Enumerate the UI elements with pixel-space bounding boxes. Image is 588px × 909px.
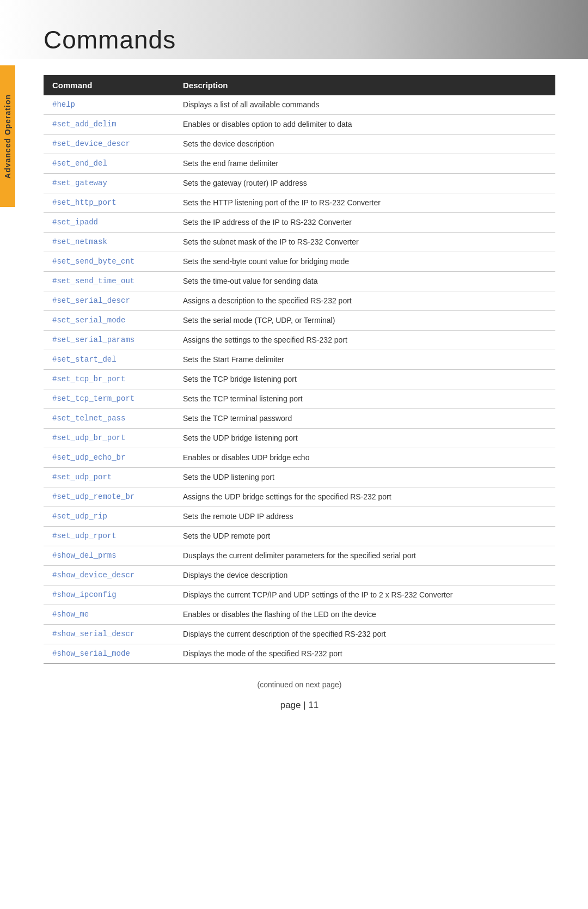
- description-cell: Sets the HTTP listening port of the IP t…: [174, 193, 555, 213]
- command-cell: #show_me: [44, 605, 174, 625]
- command-cell: #show_serial_descr: [44, 625, 174, 644]
- table-row: #show_device_descrDisplays the device de…: [44, 566, 555, 585]
- description-cell: Sets the IP address of the IP to RS-232 …: [174, 213, 555, 233]
- table-row: #helpDisplays a list of all available co…: [44, 95, 555, 115]
- description-cell: Displays the current description of the …: [174, 625, 555, 644]
- command-cell: #set_udp_rport: [44, 527, 174, 546]
- command-cell: #set_udp_remote_br: [44, 487, 174, 507]
- command-cell: #set_udp_br_port: [44, 429, 174, 448]
- description-cell: Displays the current TCP/IP and UDP sett…: [174, 585, 555, 605]
- description-cell: Sets the gateway (router) IP address: [174, 174, 555, 193]
- sidebar-tab: Advanced Operation: [0, 65, 15, 207]
- page-title: Commands: [44, 25, 176, 54]
- description-cell: Sets the time-out value for sending data: [174, 272, 555, 291]
- main-content: Command Description #helpDisplays a list…: [0, 59, 588, 743]
- command-cell: #set_send_time_out: [44, 272, 174, 291]
- table-row: #set_serial_descrAssigns a description t…: [44, 291, 555, 311]
- description-cell: Sets the remote UDP IP address: [174, 507, 555, 527]
- command-cell: #set_tcp_br_port: [44, 370, 174, 389]
- description-cell: Dusplays the current delimiter parameter…: [174, 546, 555, 566]
- commands-table: Command Description #helpDisplays a list…: [44, 75, 555, 664]
- description-cell: Displays the mode of the specified RS-23…: [174, 644, 555, 664]
- table-row: #set_netmaskSets the subnet mask of the …: [44, 233, 555, 252]
- table-row: #set_gatewaySets the gateway (router) IP…: [44, 174, 555, 193]
- command-cell: #set_start_del: [44, 350, 174, 370]
- command-cell: #set_netmask: [44, 233, 174, 252]
- command-cell: #set_udp_echo_br: [44, 448, 174, 468]
- description-cell: Assigns the UDP bridge settings for the …: [174, 487, 555, 507]
- table-row: #show_del_prmsDusplays the current delim…: [44, 546, 555, 566]
- description-cell: Sets the UDP bridge listening port: [174, 429, 555, 448]
- command-cell: #set_udp_rip: [44, 507, 174, 527]
- command-cell: #set_send_byte_cnt: [44, 252, 174, 272]
- description-cell: Sets the send-byte count value for bridg…: [174, 252, 555, 272]
- table-row: #show_serial_modeDisplays the mode of th…: [44, 644, 555, 664]
- table-row: #set_udp_portSets the UDP listening port: [44, 468, 555, 487]
- page-header: Commands: [0, 0, 588, 59]
- table-row: #set_serial_modeSets the serial mode (TC…: [44, 311, 555, 331]
- table-row: #set_serial_paramsAssigns the settings t…: [44, 331, 555, 350]
- table-row: #set_ipaddSets the IP address of the IP …: [44, 213, 555, 233]
- description-cell: Sets the end frame delimiter: [174, 154, 555, 174]
- command-cell: #set_http_port: [44, 193, 174, 213]
- table-row: #set_tcp_term_portSets the TCP terminal …: [44, 389, 555, 409]
- table-row: #show_meEnables or disables the flashing…: [44, 605, 555, 625]
- command-cell: #show_del_prms: [44, 546, 174, 566]
- table-row: #set_device_descrSets the device descrip…: [44, 135, 555, 154]
- command-cell: #help: [44, 95, 174, 115]
- col-header-command: Command: [44, 75, 174, 95]
- command-cell: #set_device_descr: [44, 135, 174, 154]
- command-cell: #set_telnet_pass: [44, 409, 174, 429]
- table-row: #set_udp_echo_brEnables or disables UDP …: [44, 448, 555, 468]
- description-cell: Sets the subnet mask of the IP to RS-232…: [174, 233, 555, 252]
- table-header-row: Command Description: [44, 75, 555, 95]
- table-row: #set_udp_ripSets the remote UDP IP addre…: [44, 507, 555, 527]
- table-row: #set_http_portSets the HTTP listening po…: [44, 193, 555, 213]
- command-cell: #set_add_delim: [44, 115, 174, 135]
- command-cell: #set_udp_port: [44, 468, 174, 487]
- table-row: #set_tcp_br_portSets the TCP bridge list…: [44, 370, 555, 389]
- description-cell: Enables or disables option to add delimi…: [174, 115, 555, 135]
- description-cell: Displays a list of all available command…: [174, 95, 555, 115]
- table-row: #set_add_delimEnables or disables option…: [44, 115, 555, 135]
- description-cell: Assigns a description to the specified R…: [174, 291, 555, 311]
- description-cell: Sets the Start Frame delimiter: [174, 350, 555, 370]
- description-cell: Sets the UDP remote port: [174, 527, 555, 546]
- table-row: #set_telnet_passSets the TCP terminal pa…: [44, 409, 555, 429]
- command-cell: #set_tcp_term_port: [44, 389, 174, 409]
- table-row: #set_udp_remote_brAssigns the UDP bridge…: [44, 487, 555, 507]
- table-row: #set_send_byte_cntSets the send-byte cou…: [44, 252, 555, 272]
- sidebar-tab-label: Advanced Operation: [3, 94, 12, 179]
- description-cell: Enables or disables the flashing of the …: [174, 605, 555, 625]
- command-cell: #show_device_descr: [44, 566, 174, 585]
- description-cell: Sets the TCP terminal listening port: [174, 389, 555, 409]
- description-cell: Assigns the settings to the specified RS…: [174, 331, 555, 350]
- command-cell: #set_serial_mode: [44, 311, 174, 331]
- table-row: #set_send_time_outSets the time-out valu…: [44, 272, 555, 291]
- description-cell: Sets the TCP terminal password: [174, 409, 555, 429]
- table-row: #set_end_delSets the end frame delimiter: [44, 154, 555, 174]
- description-cell: Sets the serial mode (TCP, UDP, or Termi…: [174, 311, 555, 331]
- footer-note: (continued on next page): [44, 680, 555, 689]
- command-cell: #show_ipconfig: [44, 585, 174, 605]
- command-cell: #set_serial_descr: [44, 291, 174, 311]
- command-cell: #set_ipadd: [44, 213, 174, 233]
- command-cell: #set_gateway: [44, 174, 174, 193]
- table-row: #show_ipconfigDisplays the current TCP/I…: [44, 585, 555, 605]
- table-row: #set_udp_br_portSets the UDP bridge list…: [44, 429, 555, 448]
- description-cell: Sets the device description: [174, 135, 555, 154]
- description-cell: Sets the UDP listening port: [174, 468, 555, 487]
- table-row: #show_serial_descrDisplays the current d…: [44, 625, 555, 644]
- command-cell: #set_end_del: [44, 154, 174, 174]
- description-cell: Sets the TCP bridge listening port: [174, 370, 555, 389]
- table-row: #set_start_delSets the Start Frame delim…: [44, 350, 555, 370]
- command-cell: #set_serial_params: [44, 331, 174, 350]
- description-cell: Enables or disables UDP bridge echo: [174, 448, 555, 468]
- page-number: page | 11: [44, 700, 555, 711]
- table-row: #set_udp_rportSets the UDP remote port: [44, 527, 555, 546]
- command-cell: #show_serial_mode: [44, 644, 174, 664]
- col-header-description: Description: [174, 75, 555, 95]
- description-cell: Displays the device description: [174, 566, 555, 585]
